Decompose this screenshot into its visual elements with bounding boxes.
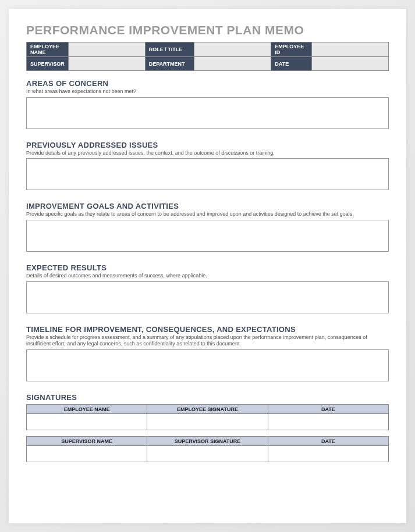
info-row-2: SUPERVISOR DEPARTMENT DATE [27, 57, 389, 71]
cell-employee-date[interactable] [268, 414, 388, 430]
cell-supervisor-date[interactable] [268, 446, 388, 462]
textarea-results[interactable] [26, 281, 389, 313]
hint-goals: Provide specific goals as they relate to… [26, 211, 389, 218]
cell-supervisor-signature[interactable] [147, 446, 268, 462]
textarea-previous[interactable] [26, 158, 389, 190]
signature-table-supervisor: SUPERVISOR NAME SUPERVISOR SIGNATURE DAT… [26, 436, 389, 462]
heading-goals: IMPROVEMENT GOALS AND ACTIVITIES [26, 202, 389, 210]
textarea-goals[interactable] [26, 220, 389, 252]
input-date[interactable] [312, 57, 389, 71]
hint-results: Details of desired outcomes and measurem… [26, 273, 389, 280]
heading-signatures: SIGNATURES [26, 393, 389, 402]
label-employee-id: EMPLOYEE ID [271, 42, 312, 57]
col-employee-date: DATE [268, 405, 388, 414]
label-supervisor: SUPERVISOR [27, 57, 69, 71]
heading-results: EXPECTED RESULTS [26, 263, 389, 272]
input-supervisor[interactable] [68, 57, 145, 71]
textarea-timeline[interactable] [26, 349, 389, 381]
col-employee-signature: EMPLOYEE SIGNATURE [147, 405, 268, 414]
info-table: EMPLOYEE NAME ROLE / TITLE EMPLOYEE ID S… [26, 42, 389, 71]
cell-employee-name[interactable] [27, 414, 147, 430]
input-employee-name[interactable] [68, 42, 145, 57]
input-role[interactable] [194, 42, 271, 57]
document-page: PERFORMANCE IMPROVEMENT PLAN MEMO EMPLOY… [9, 9, 406, 523]
signature-row-supervisor [27, 446, 389, 462]
page-title: PERFORMANCE IMPROVEMENT PLAN MEMO [26, 23, 389, 37]
heading-areas: AREAS OF CONCERN [26, 79, 389, 88]
label-department: DEPARTMENT [145, 57, 194, 71]
signature-table-employee: EMPLOYEE NAME EMPLOYEE SIGNATURE DATE [26, 404, 389, 430]
col-supervisor-name: SUPERVISOR NAME [27, 437, 147, 446]
heading-previous: PREVIOUSLY ADDRESSED ISSUES [26, 141, 389, 149]
input-department[interactable] [194, 57, 271, 71]
label-employee-name: EMPLOYEE NAME [27, 42, 69, 57]
cell-employee-signature[interactable] [147, 414, 268, 430]
signature-row-employee [27, 414, 389, 430]
col-employee-name: EMPLOYEE NAME [27, 405, 147, 414]
input-employee-id[interactable] [312, 42, 389, 57]
col-supervisor-date: DATE [268, 437, 388, 446]
textarea-areas[interactable] [26, 97, 389, 129]
info-row-1: EMPLOYEE NAME ROLE / TITLE EMPLOYEE ID [27, 42, 389, 57]
col-supervisor-signature: SUPERVISOR SIGNATURE [147, 437, 268, 446]
hint-timeline: Provide a schedule for progress assessme… [26, 334, 389, 348]
label-role: ROLE / TITLE [145, 42, 194, 57]
label-date: DATE [271, 57, 312, 71]
cell-supervisor-name[interactable] [27, 446, 147, 462]
hint-previous: Provide details of any previously addres… [26, 150, 389, 157]
heading-timeline: TIMELINE FOR IMPROVEMENT, CONSEQUENCES, … [26, 325, 389, 334]
hint-areas: In what areas have expectations not been… [26, 88, 389, 95]
